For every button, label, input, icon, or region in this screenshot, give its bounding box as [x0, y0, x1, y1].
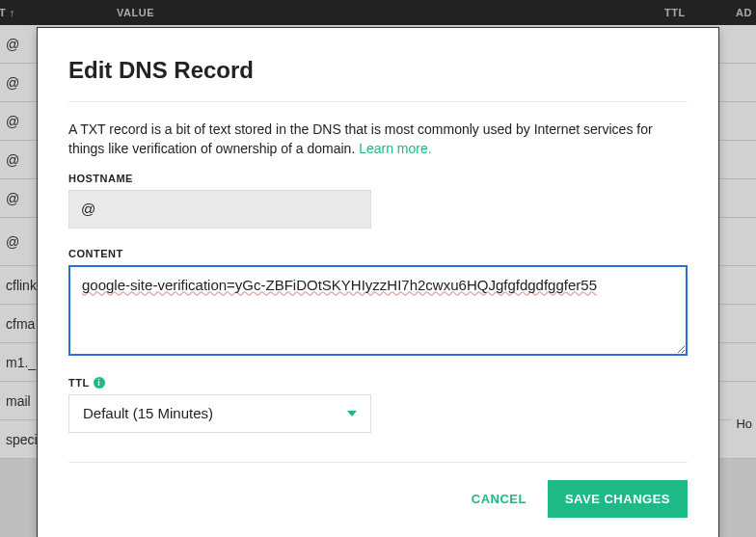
- edit-dns-modal: Edit DNS Record A TXT record is a bit of…: [37, 27, 719, 537]
- modal-overlay: Edit DNS Record A TXT record is a bit of…: [0, 0, 756, 537]
- ttl-selected-value: Default (15 Minutes): [83, 405, 213, 421]
- ttl-label-text: TTL: [68, 377, 90, 389]
- hostname-label: HOSTNAME: [68, 173, 688, 184]
- modal-actions: CANCEL SAVE CHANGES: [68, 480, 688, 518]
- modal-description: A TXT record is a bit of text stored in …: [68, 120, 688, 159]
- content-textarea[interactable]: google-site-verification=yGc-ZBFiDOtSKYH…: [68, 265, 688, 356]
- ttl-label: TTL i: [68, 377, 688, 389]
- ttl-select[interactable]: Default (15 Minutes): [68, 394, 371, 433]
- modal-title: Edit DNS Record: [68, 57, 688, 84]
- cancel-button[interactable]: CANCEL: [472, 492, 526, 506]
- content-label: CONTENT: [68, 248, 688, 259]
- hostname-input[interactable]: [68, 190, 371, 228]
- save-button[interactable]: SAVE CHANGES: [548, 480, 688, 518]
- chevron-down-icon: [347, 411, 357, 416]
- learn-more-link[interactable]: Learn more.: [359, 141, 431, 156]
- info-icon[interactable]: i: [94, 377, 105, 389]
- divider: [68, 101, 688, 102]
- page-background: OST ↑ VALUE TTL AD @ @ @ @ @ @ cflink cf…: [0, 0, 756, 537]
- divider: [68, 462, 688, 463]
